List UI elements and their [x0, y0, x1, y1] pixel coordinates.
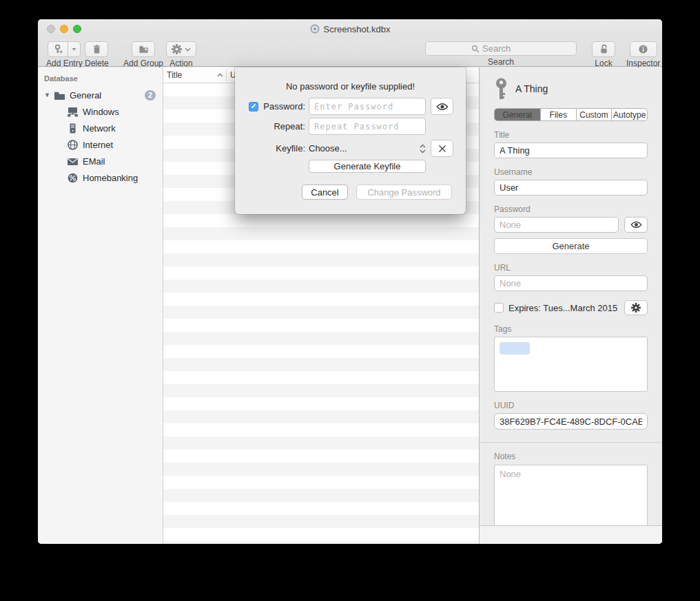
tab-label: Custom [579, 110, 608, 120]
delete-button[interactable] [85, 41, 108, 57]
action-group: Action [166, 41, 196, 68]
sheet-actions: Cancel Change Password [235, 184, 466, 200]
tab-custom[interactable]: Custom [576, 109, 612, 120]
entry-count-badge: 2 [145, 90, 156, 101]
tab-label: General [503, 110, 533, 120]
sidebar-item-network[interactable]: Network [38, 120, 163, 136]
sidebar-item-email[interactable]: EMail [38, 153, 163, 169]
generate-keyfile-label: Generate Keyfile [334, 161, 401, 171]
keyfile-row: Keyfile: Choose... [235, 140, 466, 157]
info-icon [638, 44, 648, 54]
generate-keyfile-button[interactable]: Generate Keyfile [309, 160, 426, 173]
tags-label: Tags [494, 324, 648, 334]
add-group-button[interactable] [132, 41, 155, 57]
sidebar-item-label: EMail [83, 156, 105, 167]
eye-icon [630, 221, 642, 229]
password-input[interactable] [309, 98, 426, 115]
reveal-password-button[interactable] [624, 217, 648, 233]
add-entry-button[interactable] [48, 41, 68, 57]
document-icon [310, 24, 320, 34]
notes-label: Notes [494, 452, 648, 461]
padlock-open-icon [599, 44, 609, 54]
cancel-label: Cancel [311, 187, 338, 198]
inspector-button[interactable] [630, 41, 657, 57]
delete-label: Delete [85, 59, 109, 68]
username-field-label: Username [494, 167, 648, 177]
lock-group: Lock [592, 41, 615, 68]
password-field[interactable] [494, 217, 619, 233]
app-window: Screenshot.kdbx [38, 19, 662, 544]
tags-box[interactable] [494, 337, 648, 392]
sidebar-item-windows[interactable]: Windows [38, 103, 163, 120]
expires-checkbox[interactable] [494, 303, 504, 313]
repeat-row: Repeat: [235, 118, 466, 135]
inspector-header: A Thing [494, 77, 648, 101]
search-field[interactable] [425, 41, 577, 56]
key-plus-icon [53, 44, 63, 54]
globe-icon [67, 140, 79, 150]
lock-button[interactable] [592, 41, 615, 57]
tag-chip[interactable] [500, 342, 530, 355]
section-divider [480, 442, 662, 443]
url-field[interactable] [494, 275, 648, 291]
disclosure-triangle-icon[interactable]: ▼ [44, 92, 51, 98]
show-password-button[interactable] [431, 98, 453, 115]
folder-plus-icon [138, 44, 149, 54]
title-field-label: Title [494, 130, 648, 140]
folder-icon [54, 90, 65, 101]
tab-autotype[interactable]: Autotype [611, 109, 647, 120]
generate-label: Generate [552, 241, 589, 251]
windows-network-icon [67, 107, 79, 117]
gear-icon [631, 303, 641, 313]
trash-icon [92, 44, 102, 54]
add-group-label: Add Group [123, 59, 163, 68]
delete-group: Delete [85, 41, 109, 68]
search-input[interactable] [482, 43, 531, 54]
sidebar-item-internet[interactable]: Internet [38, 136, 163, 153]
cancel-button[interactable]: Cancel [302, 184, 348, 200]
repeat-input[interactable] [309, 118, 426, 135]
password-checkbox[interactable]: ✓ [249, 102, 258, 112]
sidebar-item-label: Homebanking [83, 173, 138, 183]
title-bar: Screenshot.kdbx [38, 19, 662, 39]
tab-general[interactable]: General [495, 109, 540, 120]
entry-title: A Thing [515, 83, 548, 94]
sidebar-item-general[interactable]: ▼ General 2 [38, 87, 163, 103]
lock-label: Lock [595, 59, 612, 68]
username-field[interactable] [494, 180, 648, 196]
key-icon [494, 78, 508, 101]
sidebar-item-label: Windows [83, 107, 119, 117]
column-header-title[interactable]: Title [163, 70, 226, 80]
expires-label: Expires: Tues...March 2015 [508, 303, 617, 313]
sidebar-item-homebanking[interactable]: Homebanking [38, 169, 163, 186]
url-field-label: URL [494, 263, 648, 273]
stepper-chevrons-icon [420, 144, 426, 154]
gear-icon [172, 44, 182, 54]
inspector-footer [479, 525, 662, 544]
sidebar: Database ▼ General 2 Windows [38, 67, 163, 544]
clear-keyfile-button[interactable] [431, 140, 453, 157]
sidebar-header: Database [38, 74, 163, 83]
tab-files[interactable]: Files [540, 109, 576, 120]
notes-field[interactable] [494, 465, 648, 528]
toolbar: Add Entry Delete Add Grou [38, 39, 662, 67]
add-entry-dropdown[interactable] [68, 41, 81, 57]
generate-password-button[interactable]: Generate [494, 238, 648, 254]
uuid-label: UUID [494, 401, 648, 410]
server-icon [67, 123, 79, 134]
title-field[interactable] [494, 143, 648, 158]
sort-ascending-icon [217, 73, 223, 77]
keyfile-popup[interactable]: Choose... [309, 143, 426, 154]
action-button[interactable] [166, 41, 196, 57]
add-entry-group: Add Entry [46, 41, 83, 68]
search-icon [471, 45, 480, 53]
inspector-label: Inspector [626, 59, 660, 68]
password-row: ✓ Password: [235, 98, 466, 115]
password-field-label: Password [494, 204, 648, 214]
change-password-button[interactable]: Change Password [356, 184, 452, 200]
expires-settings-button[interactable] [624, 300, 648, 315]
tab-label: Autotype [613, 110, 646, 120]
uuid-field[interactable] [494, 413, 648, 430]
search-group: Search [425, 41, 577, 67]
password-label: Password: [260, 101, 305, 112]
